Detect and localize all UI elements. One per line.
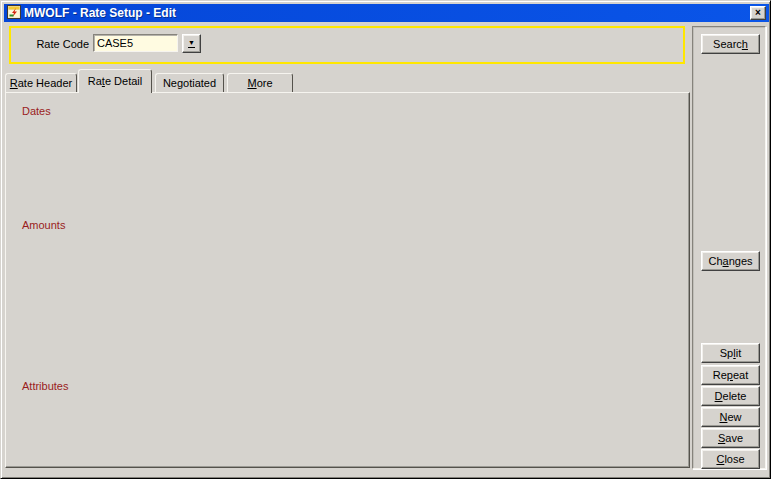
tab-rate-detail[interactable]: Rate Detail	[78, 69, 152, 93]
delete-button[interactable]: Delete	[701, 386, 760, 406]
lov-arrow-icon: ▼	[188, 39, 195, 48]
repeat-button[interactable]: Repeat	[701, 365, 760, 385]
search-button[interactable]: Search	[701, 34, 760, 54]
dates-group-label: Dates	[19, 105, 54, 118]
save-button[interactable]: Save	[701, 428, 760, 448]
split-button[interactable]: Split	[701, 343, 760, 363]
titlebar[interactable]: MWOLF - Rate Setup - Edit ×	[4, 4, 769, 22]
rate-setup-edit-window: MWOLF - Rate Setup - Edit × Rate Code ▼ …	[0, 0, 771, 479]
rate-code-lov-button[interactable]: ▼	[182, 34, 201, 53]
tab-more[interactable]: More	[227, 73, 293, 93]
close-button[interactable]: Close	[701, 449, 760, 469]
amounts-group-label: Amounts	[19, 219, 68, 232]
close-icon: ×	[755, 7, 761, 19]
app-icon	[7, 5, 21, 21]
rate-code-input[interactable]	[93, 34, 178, 52]
window-title: MWOLF - Rate Setup - Edit	[24, 6, 750, 20]
tab-negotiated[interactable]: Negotiated	[155, 73, 224, 93]
new-button[interactable]: New	[701, 407, 760, 427]
side-button-panel: Search Changes Split Repeat Delete New S…	[692, 26, 766, 469]
attributes-group-label: Attributes	[19, 380, 71, 393]
window-close-button[interactable]: ×	[750, 6, 766, 20]
tab-content-panel	[5, 92, 690, 468]
changes-button[interactable]: Changes	[701, 251, 760, 271]
rate-code-label: Rate Code	[29, 37, 89, 51]
tab-rate-header[interactable]: Rate Header	[5, 73, 77, 93]
